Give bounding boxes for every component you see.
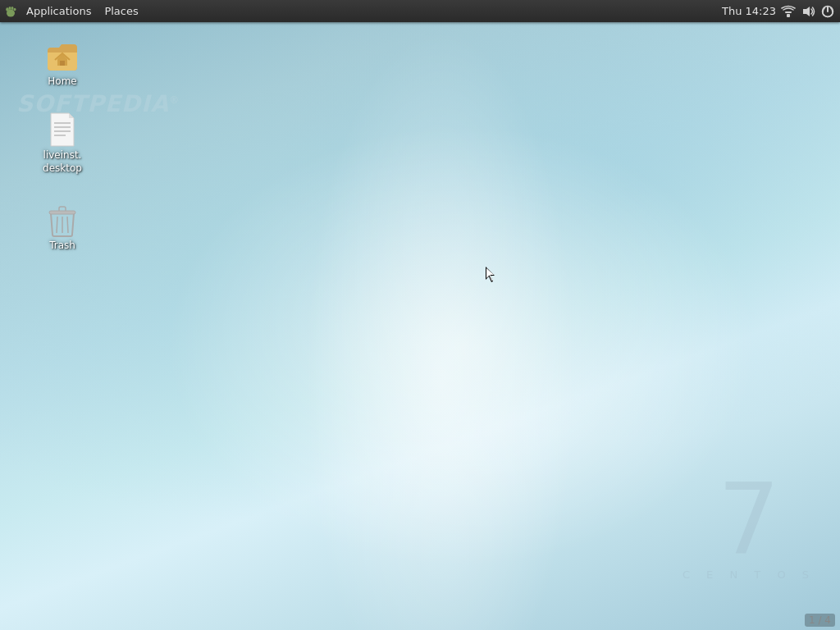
panel-right: Thu 14:23	[722, 4, 840, 19]
trash-icon-label: Trash	[49, 240, 75, 253]
svg-rect-17	[49, 211, 75, 214]
network-icon[interactable]	[781, 4, 796, 19]
liveinst-icon[interactable]: liveinst. desktop	[30, 107, 95, 178]
workspace-indicator: 1 / 4	[805, 614, 835, 627]
volume-icon[interactable]	[801, 4, 815, 19]
svg-line-16	[67, 217, 68, 233]
svg-marker-7	[803, 7, 810, 16]
gnome-foot-icon[interactable]	[2, 0, 20, 22]
applications-menu[interactable]: Applications	[20, 0, 98, 22]
desktop-background	[0, 0, 840, 630]
svg-point-4	[14, 7, 16, 11]
top-panel: Applications Places Thu 14:23	[0, 0, 840, 22]
svg-rect-5	[787, 14, 790, 17]
panel-left: Applications Places	[0, 0, 722, 22]
svg-rect-9	[60, 61, 65, 66]
liveinst-icon-label: liveinst. desktop	[43, 149, 82, 175]
svg-point-3	[11, 7, 14, 10]
svg-rect-6	[785, 11, 792, 13]
home-icon-label: Home	[48, 75, 76, 89]
panel-clock: Thu 14:23	[722, 5, 776, 17]
svg-point-2	[9, 7, 11, 10]
places-menu[interactable]: Places	[98, 0, 144, 22]
svg-point-1	[6, 7, 9, 11]
trash-icon[interactable]: Trash	[30, 197, 95, 256]
svg-line-14	[57, 217, 57, 233]
session-icon[interactable]	[820, 4, 835, 19]
home-icon[interactable]: Home	[30, 33, 95, 92]
